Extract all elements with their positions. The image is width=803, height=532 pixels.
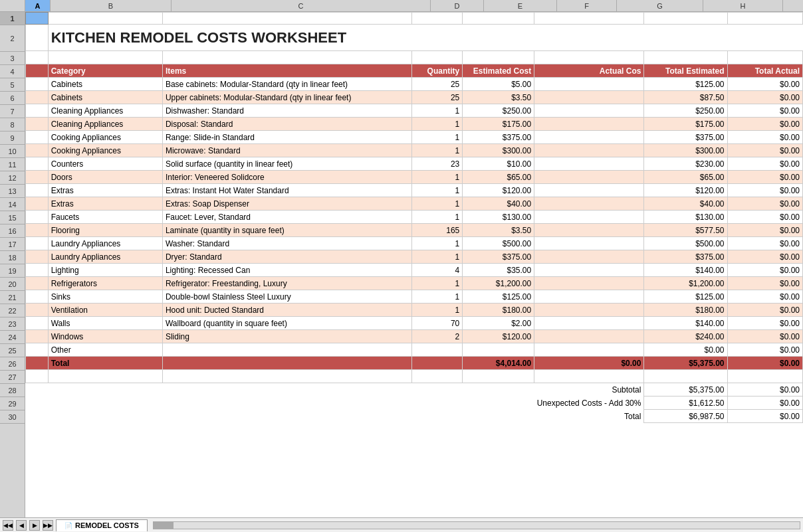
cell-f1[interactable] xyxy=(534,13,644,25)
cell-qty[interactable]: 1 xyxy=(411,237,463,250)
cell-total-act[interactable]: $0.00 xyxy=(727,237,802,250)
cell-qty[interactable]: 25 xyxy=(411,91,463,104)
cell-h1[interactable] xyxy=(727,13,802,25)
cell-item[interactable] xyxy=(162,343,411,357)
cell-a[interactable] xyxy=(26,264,49,277)
cell-total-act[interactable]: $0.00 xyxy=(727,264,802,277)
cell-category[interactable]: Counters xyxy=(48,157,162,171)
cell-item[interactable]: Dryer: Standard xyxy=(162,250,411,264)
cell-a[interactable] xyxy=(26,118,49,131)
cell-total-est[interactable]: $87.50 xyxy=(644,91,727,104)
cell-category[interactable]: Cooking Appliances xyxy=(48,131,162,144)
cell-g1[interactable] xyxy=(644,13,727,25)
cell-total-est[interactable]: $0.00 xyxy=(644,343,727,357)
cell-category[interactable]: Windows xyxy=(48,330,162,343)
sheet-tab-remodel[interactable]: 📄 REMODEL COSTS xyxy=(56,519,148,531)
cell-total-est[interactable]: $125.00 xyxy=(644,78,727,91)
cell-total-act[interactable]: $0.00 xyxy=(727,290,802,304)
cell-total-est[interactable]: $230.00 xyxy=(644,157,727,171)
cell-category[interactable]: Lighting xyxy=(48,264,162,277)
cell-total-est[interactable]: $140.00 xyxy=(644,317,727,330)
cell-item[interactable]: Hood unit: Ducted Standard xyxy=(162,304,411,317)
cell-act-cost[interactable] xyxy=(534,317,644,330)
cell-category[interactable]: Faucets xyxy=(48,211,162,224)
cell-total-est[interactable]: $240.00 xyxy=(644,330,727,343)
cell-total-act[interactable]: $0.00 xyxy=(727,157,802,171)
cell-a[interactable] xyxy=(26,211,49,224)
cell-est-cost[interactable] xyxy=(463,343,534,357)
col-header-g[interactable]: G xyxy=(617,0,703,11)
cell-qty[interactable]: 23 xyxy=(411,157,463,171)
cell-total-est[interactable]: $375.00 xyxy=(644,250,727,264)
cell-a[interactable] xyxy=(26,78,49,91)
cell-category[interactable]: Cabinets xyxy=(48,91,162,104)
cell-qty[interactable] xyxy=(411,343,463,357)
cell-act-cost[interactable] xyxy=(534,290,644,304)
row-num-19[interactable]: 19 xyxy=(0,264,25,278)
cell-act-cost[interactable] xyxy=(534,264,644,277)
cell-a[interactable] xyxy=(26,224,49,237)
cell-act-cost[interactable] xyxy=(534,184,644,197)
cell-act-cost[interactable] xyxy=(534,277,644,290)
cell-a[interactable] xyxy=(26,317,49,330)
cell-item[interactable]: Wallboard (quantity in square feet) xyxy=(162,317,411,330)
cell-item[interactable]: Laminate (quantity in square feet) xyxy=(162,224,411,237)
cell-item[interactable]: Faucet: Lever, Standard xyxy=(162,211,411,224)
cell-h3[interactable] xyxy=(727,51,802,64)
row-num-4[interactable]: 4 xyxy=(0,65,25,78)
cell-category[interactable]: Extras xyxy=(48,184,162,197)
cell-c3[interactable] xyxy=(162,51,411,64)
cell-item[interactable]: Upper cabinets: Modular-Standard (qty in… xyxy=(162,91,411,104)
cell-qty[interactable]: 70 xyxy=(411,317,463,330)
cell-qty[interactable]: 1 xyxy=(411,144,463,157)
cell-item[interactable]: Disposal: Standard xyxy=(162,118,411,131)
cell-total-act[interactable]: $0.00 xyxy=(727,131,802,144)
cell-est-cost[interactable]: $40.00 xyxy=(463,197,534,211)
row-num-16[interactable]: 16 xyxy=(0,224,25,238)
row-num-25[interactable]: 25 xyxy=(0,344,25,357)
horizontal-scrollbar[interactable] xyxy=(153,521,800,529)
cell-act-cost[interactable] xyxy=(534,78,644,91)
cell-category[interactable]: Ventilation xyxy=(48,304,162,317)
cell-e1[interactable] xyxy=(463,13,534,25)
cell-est-cost[interactable]: $125.00 xyxy=(463,290,534,304)
cell-category[interactable]: Doors xyxy=(48,171,162,184)
cell-d1[interactable] xyxy=(411,13,463,25)
row-num-23[interactable]: 23 xyxy=(0,317,25,331)
cell-act-cost[interactable] xyxy=(534,118,644,131)
row-num-30[interactable]: 30 xyxy=(0,410,25,424)
cell-item[interactable]: Base cabinets: Modular-Standard (qty in … xyxy=(162,78,411,91)
cell-qty[interactable]: 1 xyxy=(411,277,463,290)
cell-act-cost[interactable] xyxy=(534,131,644,144)
cell-total-act[interactable]: $0.00 xyxy=(727,211,802,224)
cell-category[interactable]: Cleaning Appliances xyxy=(48,118,162,131)
row-num-1[interactable]: 1 xyxy=(0,12,25,25)
cell-qty[interactable]: 1 xyxy=(411,250,463,264)
cell-category[interactable]: Cleaning Appliances xyxy=(48,104,162,118)
row-num-5[interactable]: 5 xyxy=(0,78,25,92)
cell-a[interactable] xyxy=(26,290,49,304)
cell-total-est[interactable]: $500.00 xyxy=(644,237,727,250)
cell-category[interactable]: Cooking Appliances xyxy=(48,144,162,157)
cell-category[interactable]: Other xyxy=(48,343,162,357)
cell-a[interactable] xyxy=(26,277,49,290)
cell-item[interactable]: Washer: Standard xyxy=(162,237,411,250)
row-num-26[interactable]: 26 xyxy=(0,357,25,371)
row-num-8[interactable]: 8 xyxy=(0,118,25,132)
col-header-a[interactable]: A xyxy=(25,0,51,11)
cell-item[interactable]: Interior: Veneered Solidcore xyxy=(162,171,411,184)
cell-item[interactable]: Extras: Soap Dispenser xyxy=(162,197,411,211)
cell-est-cost[interactable]: $500.00 xyxy=(463,237,534,250)
cell-item[interactable]: Lighting: Recessed Can xyxy=(162,264,411,277)
cell-total-est[interactable]: $250.00 xyxy=(644,104,727,118)
cell-total-est[interactable]: $375.00 xyxy=(644,131,727,144)
col-header-d[interactable]: D xyxy=(431,0,484,11)
row-num-24[interactable]: 24 xyxy=(0,331,25,344)
row-num-27[interactable]: 27 xyxy=(0,371,25,384)
cell-total-act[interactable]: $0.00 xyxy=(727,78,802,91)
cell-qty[interactable]: 4 xyxy=(411,264,463,277)
cell-est-cost[interactable]: $3.50 xyxy=(463,224,534,237)
row-num-17[interactable]: 17 xyxy=(0,238,25,251)
tab-nav-last[interactable]: ▶▶ xyxy=(43,520,53,531)
cell-a[interactable] xyxy=(26,184,49,197)
